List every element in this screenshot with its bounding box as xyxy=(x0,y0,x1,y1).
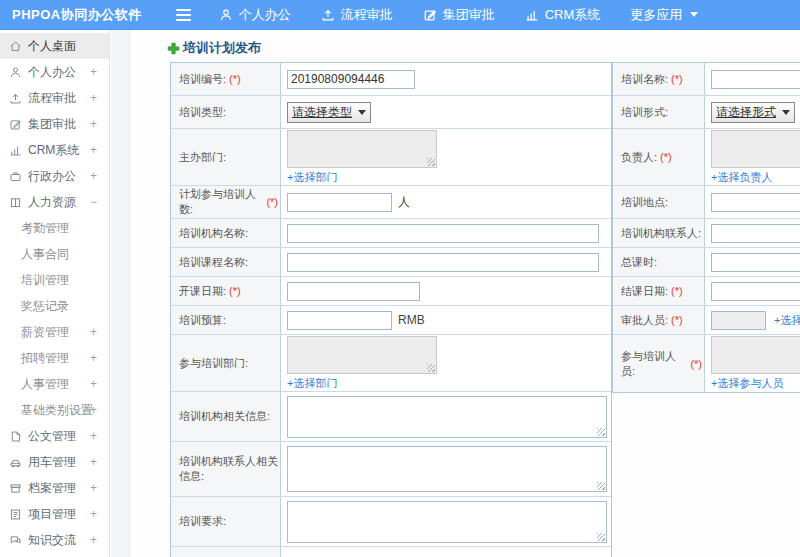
training-form-select[interactable]: 请选择形式 xyxy=(711,102,795,123)
row-course-name: 培训课程名称: xyxy=(171,248,611,277)
budget-input[interactable] xyxy=(287,311,392,330)
document-icon xyxy=(9,430,22,443)
sidebar-item-admin-office[interactable]: 行政办公 + xyxy=(0,163,109,189)
field-label: 培训形式: xyxy=(621,105,668,120)
unit-suffix: 人 xyxy=(398,194,410,211)
org-contact-input[interactable] xyxy=(711,224,800,243)
start-date-input[interactable] xyxy=(287,282,420,301)
sidebar-item-hr-contract[interactable]: 人事合同 xyxy=(0,241,109,267)
end-date-input[interactable] xyxy=(711,282,800,301)
nav-crm-system[interactable]: CRM系统 xyxy=(525,6,601,24)
field-label: 负责人: xyxy=(621,150,657,165)
main-content: 培训计划发布 培训编号:(*) 培训类型: 请选择类型 主办部门: xyxy=(131,30,800,557)
archive-icon xyxy=(9,482,22,495)
required-mark: (*) xyxy=(671,285,683,297)
caret-down-icon xyxy=(358,110,366,115)
sidebar-item-training-mgmt[interactable]: 培训管理 xyxy=(0,267,109,293)
sidebar-item-personal-desktop[interactable]: 个人桌面 xyxy=(0,33,109,59)
course-name-input[interactable] xyxy=(287,253,599,272)
person-icon xyxy=(219,8,233,22)
training-participants-box[interactable] xyxy=(711,336,800,374)
sidebar-gap-strip xyxy=(111,30,130,557)
sidebar-item-workflow-approval[interactable]: 流程审批 + xyxy=(0,85,109,111)
nav-workflow-approval[interactable]: 流程审批 xyxy=(321,6,393,24)
sidebar-item-personnel-mgmt[interactable]: 人事管理 + xyxy=(0,371,109,397)
required-mark: (*) xyxy=(229,73,241,85)
sidebar-item-human-resources[interactable]: 人力资源 − xyxy=(0,189,109,215)
sidebar-item-document-mgmt[interactable]: 公文管理 + xyxy=(0,423,109,449)
sidebar-item-attendance-mgmt[interactable]: 考勤管理 xyxy=(0,215,109,241)
top-navigation: 个人办公 流程审批 集团审批 CRM系统 更多应用 xyxy=(219,6,699,24)
app-window: PHPOA协同办公软件 个人办公 流程审批 集团审批 CRM系统 更多应用 xyxy=(0,0,800,557)
sidebar-item-knowledge-exchange[interactable]: 知识交流 + xyxy=(0,527,109,553)
sidebar-item-recruit-mgmt[interactable]: 招聘管理 + xyxy=(0,345,109,371)
select-person-link[interactable]: +选择负责人 xyxy=(711,170,772,185)
select-dept-link[interactable]: +选择部门 xyxy=(287,376,337,391)
row-training-form: 培训形式: 请选择形式 xyxy=(613,96,800,129)
row-attachment: 附件文档: +附件上传 xyxy=(171,547,611,557)
form-left-table: 培训编号:(*) 培训类型: 请选择类型 主办部门: +选择部门 xyxy=(170,62,612,557)
field-label: 参与培训部门: xyxy=(179,356,248,371)
caret-down-icon xyxy=(782,110,790,115)
total-hours-input[interactable] xyxy=(711,253,800,272)
org-contact-info-textarea[interactable] xyxy=(287,446,607,492)
row-org-contact: 培训机构联系人: xyxy=(613,219,800,248)
field-label: 计划参与培训人数: xyxy=(179,187,263,217)
sidebar-item-salary-mgmt[interactable]: 薪资管理 + xyxy=(0,319,109,345)
chat-icon xyxy=(9,534,22,547)
sidebar-item-base-category[interactable]: 基础类别设置 + xyxy=(0,397,109,423)
sidebar-item-vehicle-mgmt[interactable]: 用车管理 + xyxy=(0,449,109,475)
person-in-charge-box[interactable] xyxy=(711,130,800,168)
nav-personal-office[interactable]: 个人办公 xyxy=(219,6,291,24)
required-mark: (*) xyxy=(690,358,702,370)
field-label: 培训机构联系人: xyxy=(621,226,701,241)
sidebar-item-project-mgmt[interactable]: 项目管理 + xyxy=(0,501,109,527)
org-name-input[interactable] xyxy=(287,224,599,243)
field-label: 参与培训人员: xyxy=(621,349,687,379)
required-mark: (*) xyxy=(660,151,672,163)
host-dept-box[interactable] xyxy=(287,130,437,168)
row-host-dept: 主办部门: +选择部门 xyxy=(171,129,611,186)
caret-down-icon xyxy=(690,12,698,17)
row-training-requirements: 培训要求: xyxy=(171,497,611,547)
row-start-date: 开课日期:(*) xyxy=(171,277,611,306)
training-name-input[interactable] xyxy=(711,70,800,89)
row-training-location: 培训地点: xyxy=(613,186,800,219)
nav-group-approval[interactable]: 集团审批 xyxy=(423,6,495,24)
approver-input[interactable] xyxy=(711,311,766,330)
chart-icon xyxy=(525,8,539,22)
required-mark: (*) xyxy=(229,285,241,297)
sidebar-item-group-approval[interactable]: 集团审批 + xyxy=(0,111,109,137)
select-approver-link[interactable]: +选择审批人 xyxy=(774,313,800,328)
training-location-input[interactable] xyxy=(711,193,800,212)
training-no-input[interactable] xyxy=(287,70,415,89)
select-dept-link[interactable]: +选择部门 xyxy=(287,170,337,185)
sidebar-item-crm-system[interactable]: CRM系统 + xyxy=(0,137,109,163)
field-label: 培训预算: xyxy=(179,313,226,328)
edit-icon xyxy=(423,8,437,22)
org-info-textarea[interactable] xyxy=(287,396,607,438)
participant-count-input[interactable] xyxy=(287,193,392,212)
row-training-no: 培训编号:(*) xyxy=(171,63,611,96)
field-label: 结课日期: xyxy=(621,284,668,299)
participating-dept-box[interactable] xyxy=(287,336,437,374)
field-label: 培训课程名称: xyxy=(179,255,248,270)
sidebar-item-reward-record[interactable]: 奖惩记录 xyxy=(0,293,109,319)
field-label: 培训名称: xyxy=(621,72,668,87)
currency-suffix: RMB xyxy=(398,313,425,327)
sidebar-item-personal-office[interactable]: 个人办公 + xyxy=(0,59,109,85)
nav-more-apps[interactable]: 更多应用 xyxy=(630,6,698,24)
training-requirements-textarea[interactable] xyxy=(287,501,607,543)
training-type-select[interactable]: 请选择类型 xyxy=(287,102,371,123)
hamburger-menu-icon[interactable] xyxy=(176,9,191,21)
select-participants-link[interactable]: +选择参与人员 xyxy=(711,376,783,391)
row-training-name: 培训名称:(*) xyxy=(613,63,800,96)
field-label: 开课日期: xyxy=(179,284,226,299)
chart-icon xyxy=(9,144,22,157)
person-icon xyxy=(9,66,22,79)
required-mark: (*) xyxy=(671,314,683,326)
field-label: 审批人员: xyxy=(621,313,668,328)
sidebar-item-archive-mgmt[interactable]: 档案管理 + xyxy=(0,475,109,501)
upload-icon xyxy=(9,92,22,105)
field-label: 总课时: xyxy=(621,255,657,270)
